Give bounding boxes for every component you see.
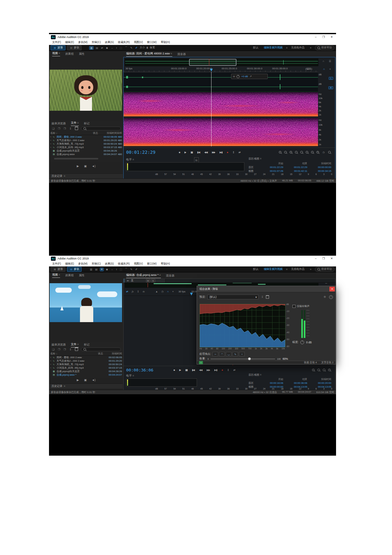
- timeline-ruler[interactable]: 30 fps 00:01:15:00.000:01:20:00.000:01:2…: [124, 67, 318, 72]
- file-row[interactable]: ▤ 合成.prproj.sesx * 00:04:24:07: [50, 373, 123, 377]
- razor-tool-icon[interactable]: ◆: [105, 47, 108, 49]
- menu-item[interactable]: 文件(F): [52, 262, 61, 266]
- file-row[interactable]: › ∿ 大海和海鸥_耳..73].mp3 00:00:50:24 480: [50, 142, 123, 146]
- workspace-radio[interactable]: 无线电作品: [289, 46, 307, 50]
- stop-button[interactable]: ■: [178, 151, 181, 154]
- timecode-display[interactable]: 00:00:36:06: [124, 368, 153, 372]
- file-row[interactable]: › ∿ 田间 - 爱给..000 2.wav 00:02:06:05 480: [50, 135, 123, 139]
- effects-icon[interactable]: fx: [131, 290, 134, 293]
- waveform-view-button[interactable]: ⊞波形: [51, 45, 65, 50]
- automation-icon[interactable]: ↧: [136, 290, 140, 293]
- media-search-input[interactable]: [81, 127, 121, 130]
- expand-icon[interactable]: ›: [50, 356, 53, 359]
- menu-item[interactable]: 编辑(E): [65, 41, 74, 44]
- menu-item[interactable]: 效果(S): [105, 262, 114, 266]
- amplitude-value[interactable]: 0 dB: [306, 341, 312, 344]
- save-preset-icon[interactable]: ↧: [260, 296, 264, 298]
- marquee-selection-tool-icon[interactable]: ⬚: [119, 268, 123, 271]
- skip-selection-button[interactable]: ⇄: [237, 151, 242, 154]
- view-bracket[interactable]: [189, 59, 236, 66]
- delete-icon[interactable]: [74, 347, 79, 352]
- focus-shape-button[interactable]: ⌣: [239, 352, 245, 356]
- file-list-scrollbar[interactable]: [54, 158, 98, 159]
- expand-icon[interactable]: ›: [50, 142, 53, 145]
- file-row[interactable]: › ∿ 天气音效包2-..000 2.wav 00:01:29:20 480: [50, 139, 123, 142]
- import-file-icon[interactable]: ❐: [57, 127, 61, 130]
- rewind-button[interactable]: ◀◀: [198, 369, 203, 371]
- menu-item[interactable]: 帮助(H): [161, 262, 170, 266]
- close-button[interactable]: ✕: [330, 35, 333, 39]
- waveform-left-channel[interactable]: [124, 72, 318, 82]
- fast-forward-button[interactable]: ▶▶: [205, 369, 211, 371]
- tab-editor[interactable]: 编辑器: 田间 - 爱给网 48000 2.wav ≡: [126, 52, 172, 57]
- file-row[interactable]: › ∿ 小河流水_白玲..95].mp3 00:03:37:15 480: [50, 146, 123, 149]
- channel-left-badge[interactable]: L: [329, 77, 333, 80]
- tab-video[interactable]: 视频 ≡: [52, 51, 60, 56]
- clock-icon[interactable]: ◷: [161, 290, 164, 293]
- preview-play-button[interactable]: ▶: [77, 378, 79, 382]
- spectrogram-left[interactable]: [124, 92, 318, 117]
- move-tool-icon[interactable]: ✛: [100, 268, 104, 271]
- zoom-selection-icon[interactable]: [300, 151, 303, 153]
- spectral-display-toggle-icon[interactable]: ▤: [95, 268, 98, 271]
- file-row[interactable]: ▤ 合成.prproj.sesx 00:04:24:07 480: [50, 153, 123, 156]
- levels-panel-title[interactable]: 电平 ≡: [126, 158, 134, 162]
- delete-icon[interactable]: [74, 127, 79, 131]
- zoom-navigator[interactable]: [125, 59, 318, 66]
- track-header[interactable]: ⇻ 主 MS: [124, 279, 166, 283]
- spectrogram-right[interactable]: [124, 118, 318, 147]
- minimize-button[interactable]: –: [315, 35, 316, 39]
- zoom-in-time-icon[interactable]: +: [279, 151, 281, 153]
- panel-menu-icon[interactable]: ≡: [59, 52, 60, 55]
- move-tool-icon[interactable]: ⇄: [101, 47, 104, 49]
- slip-tool-icon[interactable]: ↔: [110, 47, 114, 49]
- menu-item[interactable]: 帮助(H): [161, 41, 170, 44]
- playhead-marker[interactable]: [210, 69, 213, 72]
- channel-right-badge[interactable]: R: [328, 86, 333, 89]
- waveform-view-button[interactable]: ⊞波形: [51, 267, 65, 272]
- media-search-input[interactable]: [81, 347, 121, 351]
- focus-shape-button[interactable]: ∿: [232, 352, 238, 356]
- noise-only-checkbox[interactable]: 仅输出噪声: [292, 304, 309, 308]
- expand-icon[interactable]: ›: [50, 146, 53, 149]
- track-row[interactable]: ⇻ 主 MS: [124, 279, 335, 283]
- new-folder-icon[interactable]: ❏: [52, 348, 55, 351]
- history-panel[interactable]: 历史记录≡: [50, 384, 123, 389]
- marquee-selection-tool-icon[interactable]: ⬚: [119, 47, 123, 49]
- timer-icon[interactable]: ◷: [322, 151, 325, 154]
- help-search-input[interactable]: 搜索帮助: [315, 45, 334, 50]
- spectral-waveform-toggle-icon[interactable]: ▥: [89, 46, 94, 50]
- waveform-right-channel[interactable]: [124, 82, 318, 92]
- file-row[interactable]: › ∿ 田间 - 爱给..000 2.wav 00:02:06:05: [50, 356, 123, 359]
- menu-item[interactable]: 视图(V): [134, 262, 143, 266]
- tab-effects-rack[interactable]: 效果组: [65, 52, 74, 56]
- track-toggle-button[interactable]: S: [151, 279, 155, 283]
- spectral-display-toggle-icon[interactable]: ▤: [95, 47, 99, 49]
- focus-shape-button[interactable]: ◡: [226, 352, 231, 356]
- lasso-selection-tool-icon[interactable]: ⌒: [124, 46, 128, 50]
- multitrack-view-button[interactable]: ⊟多轨: [67, 45, 82, 50]
- menu-item[interactable]: 多轨(M): [78, 41, 88, 44]
- lasso-selection-tool-icon[interactable]: ⌒: [124, 268, 128, 271]
- workspace-edit-audio-to-video[interactable]: 编辑音频到视频: [262, 267, 285, 271]
- help-icon[interactable]: ?: [329, 295, 333, 299]
- focus-shape-button[interactable]: ◠: [219, 352, 225, 356]
- track-lane[interactable]: [166, 279, 335, 283]
- file-row[interactable]: › ∿ 小河流水_白玲..95].mp3 00:03:37:15: [50, 366, 123, 370]
- tab-mixer[interactable]: 混音器: [166, 274, 175, 278]
- preset-dropdown[interactable]: (默认)▾: [207, 295, 259, 299]
- preview-volume-icon[interactable]: ◄): [92, 165, 95, 168]
- fast-forward-button[interactable]: ▶▶: [211, 151, 216, 154]
- rewind-button[interactable]: ◀◀: [203, 151, 209, 154]
- record-button[interactable]: ●: [220, 369, 224, 371]
- zoom-reset-icon[interactable]: ×: [316, 151, 319, 153]
- play-button[interactable]: ▶: [178, 369, 182, 371]
- expand-icon[interactable]: ›: [50, 363, 53, 366]
- delete-preset-icon[interactable]: [266, 295, 269, 299]
- zoom-in-amplitude-icon[interactable]: +: [290, 151, 292, 153]
- menu-item[interactable]: 多轨(M): [78, 262, 88, 266]
- selection-view-title[interactable]: 选区/视图: [248, 157, 259, 160]
- track-io-icon[interactable]: ⇄: [126, 290, 129, 293]
- go-end-button[interactable]: ▶▮: [213, 369, 218, 371]
- workspace-edit-audio-to-video[interactable]: 编辑音频到视频: [262, 46, 285, 50]
